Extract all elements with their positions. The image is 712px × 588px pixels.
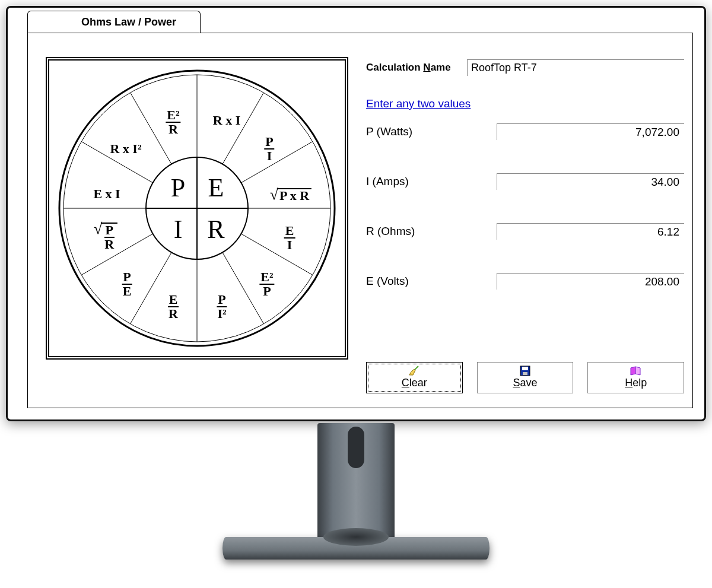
wheel-center-r: R xyxy=(207,214,224,244)
amps-input[interactable] xyxy=(497,173,684,190)
svg-rect-20 xyxy=(522,367,528,370)
window-body: P E I R E²R R x I PI √P x R xyxy=(27,33,693,408)
formula-r-x-i: R x I xyxy=(213,114,240,127)
ohms-wheel-panel: P E I R E²R R x I PI √P x R xyxy=(46,57,348,360)
formula-sqrt-pxr: √P x R xyxy=(270,188,312,202)
formula-e-over-i: EI xyxy=(284,224,295,252)
monitor-stand-base xyxy=(223,537,490,560)
svg-line-7 xyxy=(241,234,313,275)
svg-line-10 xyxy=(131,253,172,324)
ohms-wheel-diagram: P E I R E²R R x I PI √P x R xyxy=(55,66,339,351)
tab-ohms-law[interactable]: Ohms Law / Power xyxy=(27,11,201,33)
svg-line-8 xyxy=(223,253,264,324)
monitor-frame: Ohms Law / Power xyxy=(6,6,706,421)
svg-rect-21 xyxy=(523,372,527,375)
wheel-center-i: I xyxy=(174,214,183,244)
book-icon xyxy=(630,365,643,377)
wheel-center-p: P xyxy=(171,173,185,203)
svg-line-18 xyxy=(415,366,418,370)
formula-p-over-i2: PI² xyxy=(216,293,227,320)
formula-p-over-i: PI xyxy=(264,135,274,163)
watts-input[interactable] xyxy=(497,123,684,140)
formula-sqrt-p-over-r: √PR xyxy=(94,223,117,251)
form-panel: Calculation Name Enter any two values P … xyxy=(366,57,684,399)
tab-strip: Ohms Law / Power xyxy=(27,11,201,33)
clear-button[interactable]: Clear xyxy=(366,362,463,393)
formula-r-x-i2: R x I² xyxy=(110,142,141,155)
formula-e2-over-p: E²P xyxy=(259,271,274,298)
button-bar: Clear Save Help xyxy=(366,362,684,393)
broom-icon xyxy=(408,365,420,377)
amps-label: I (Amps) xyxy=(366,175,497,188)
instruction-text: Enter any two values xyxy=(366,97,684,110)
ohms-input[interactable] xyxy=(497,223,684,240)
formula-p-over-e: PE xyxy=(122,271,133,298)
formula-e-x-i: E x I xyxy=(93,187,120,201)
volts-label: E (Volts) xyxy=(366,275,497,288)
monitor-stand-neck xyxy=(317,423,395,542)
save-button[interactable]: Save xyxy=(477,362,574,393)
ohms-label: R (Ohms) xyxy=(366,225,497,238)
svg-marker-17 xyxy=(409,369,415,375)
svg-line-5 xyxy=(241,142,313,183)
monitor-screen: Ohms Law / Power xyxy=(11,11,701,417)
floppy-icon xyxy=(520,365,530,377)
svg-line-4 xyxy=(223,93,264,164)
help-button[interactable]: Help xyxy=(587,362,684,393)
wheel-center-e: E xyxy=(208,173,224,203)
formula-e2-over-r: E²R xyxy=(166,109,180,136)
calc-name-label: Calculation Name xyxy=(366,62,467,74)
volts-input[interactable] xyxy=(497,273,684,290)
formula-e-over-r: ER xyxy=(167,293,179,320)
calc-name-input[interactable] xyxy=(467,59,684,76)
watts-label: P (Watts) xyxy=(366,125,497,138)
